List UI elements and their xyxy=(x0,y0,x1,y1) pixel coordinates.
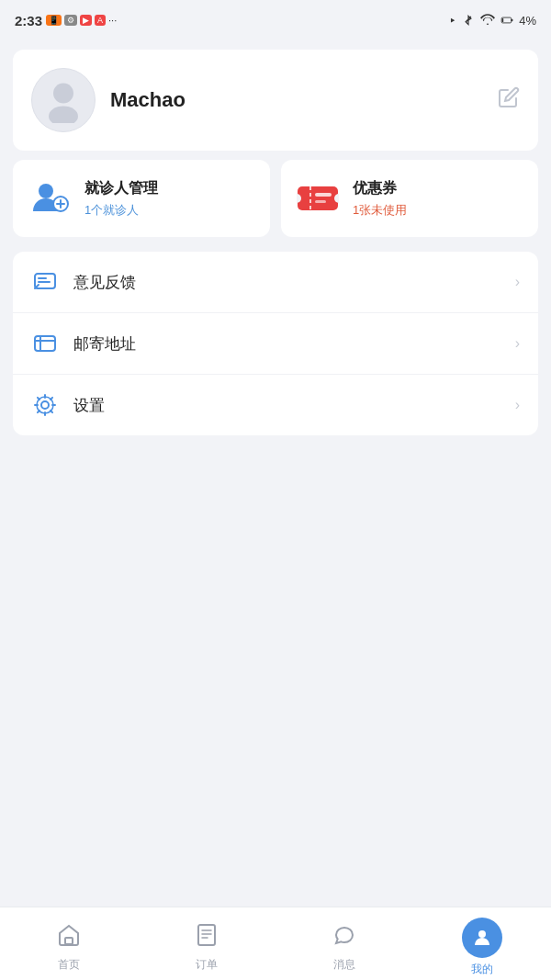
svg-point-22 xyxy=(37,397,53,413)
feedback-icon xyxy=(31,268,59,296)
svg-point-28 xyxy=(478,930,486,938)
status-icons: 📱 ⚙ ▶ A ··· xyxy=(46,15,117,26)
mine-person-icon xyxy=(471,927,493,949)
orders-icon xyxy=(195,923,219,953)
svg-point-3 xyxy=(53,84,73,104)
status-time: 2:33 xyxy=(15,13,42,28)
bluetooth-icon: ‣ xyxy=(449,14,456,28)
svg-rect-2 xyxy=(502,18,503,22)
address-label: 邮寄地址 xyxy=(73,333,500,355)
patient-icon xyxy=(28,176,72,220)
address-icon xyxy=(31,330,59,357)
settings-icon xyxy=(31,391,59,419)
status-bar: 2:33 📱 ⚙ ▶ A ··· ‣ 4% xyxy=(0,0,551,40)
mine-label: 我的 xyxy=(471,962,493,977)
svg-rect-1 xyxy=(512,19,513,21)
home-label: 首页 xyxy=(58,957,80,973)
battery-icon xyxy=(500,14,513,27)
coupon-card[interactable]: 优惠券 1张未使用 xyxy=(281,160,538,237)
svg-rect-24 xyxy=(198,925,215,945)
edit-button[interactable] xyxy=(498,86,520,114)
profile-name: Machao xyxy=(110,88,186,112)
menu-item-address[interactable]: 邮寄地址 › xyxy=(13,313,538,375)
menu-item-settings[interactable]: 设置 › xyxy=(13,375,538,435)
settings-chevron: › xyxy=(515,397,520,413)
cards-row: 就诊人管理 1个就诊人 优惠券 1张未使用 xyxy=(13,160,538,237)
menu-section: 意见反馈 › 邮寄地址 › 设置 › xyxy=(13,252,538,435)
svg-rect-14 xyxy=(315,200,326,203)
orders-label: 订单 xyxy=(196,957,218,973)
mine-circle-icon xyxy=(462,918,502,958)
avatar[interactable] xyxy=(31,68,96,132)
nav-item-mine[interactable]: 我的 xyxy=(413,910,551,977)
profile-section: Machao xyxy=(13,50,538,151)
messages-label: 消息 xyxy=(333,957,355,973)
patient-subtitle: 1个就诊人 xyxy=(84,202,158,219)
bottom-nav: 首页 订单 消息 我的 xyxy=(0,907,551,980)
coupon-icon xyxy=(296,176,340,220)
avatar-image xyxy=(40,77,86,123)
svg-point-5 xyxy=(39,184,53,198)
svg-rect-23 xyxy=(65,938,73,944)
coupon-subtitle: 1张未使用 xyxy=(353,202,407,219)
coupon-title: 优惠券 xyxy=(353,179,407,198)
wifi-icon xyxy=(480,14,495,27)
nav-item-home[interactable]: 首页 xyxy=(0,916,138,973)
svg-rect-18 xyxy=(35,336,55,351)
svg-rect-9 xyxy=(298,186,338,210)
svg-point-21 xyxy=(41,401,49,409)
svg-point-4 xyxy=(49,107,78,124)
patient-title: 就诊人管理 xyxy=(84,179,158,198)
svg-rect-13 xyxy=(315,193,332,197)
nav-item-orders[interactable]: 订单 xyxy=(138,916,276,973)
address-chevron: › xyxy=(515,335,520,352)
menu-item-feedback[interactable]: 意见反馈 › xyxy=(13,252,538,313)
status-right: ‣ 4% xyxy=(449,14,536,28)
bluetooth-icon2 xyxy=(462,14,475,27)
feedback-chevron: › xyxy=(515,274,520,290)
messages-icon xyxy=(332,923,356,953)
settings-label: 设置 xyxy=(73,395,500,416)
feedback-label: 意见反馈 xyxy=(73,272,500,293)
patient-card[interactable]: 就诊人管理 1个就诊人 xyxy=(13,160,270,237)
battery-percent: 4% xyxy=(519,14,536,28)
home-icon xyxy=(57,923,81,953)
nav-item-messages[interactable]: 消息 xyxy=(276,916,413,973)
